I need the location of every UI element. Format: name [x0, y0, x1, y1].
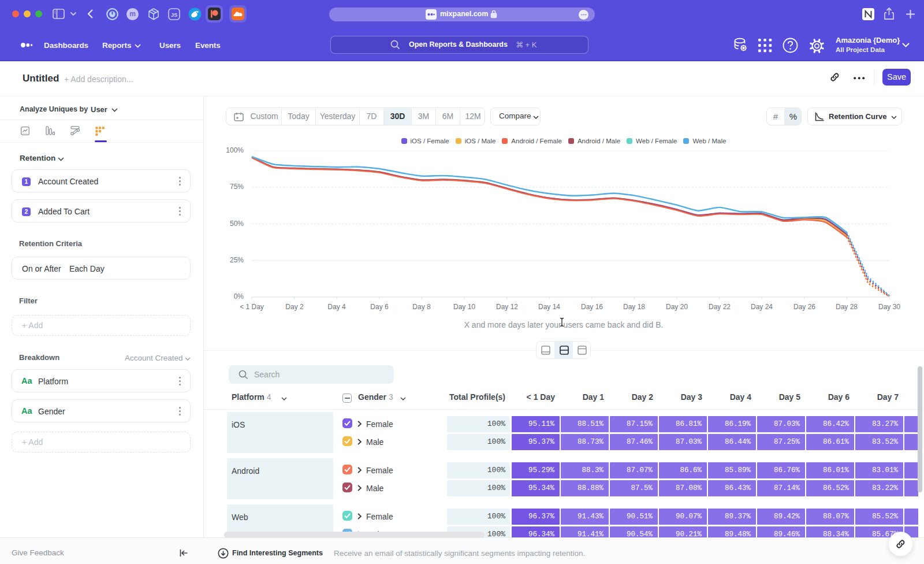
svg-text:JS: JS: [171, 12, 178, 18]
